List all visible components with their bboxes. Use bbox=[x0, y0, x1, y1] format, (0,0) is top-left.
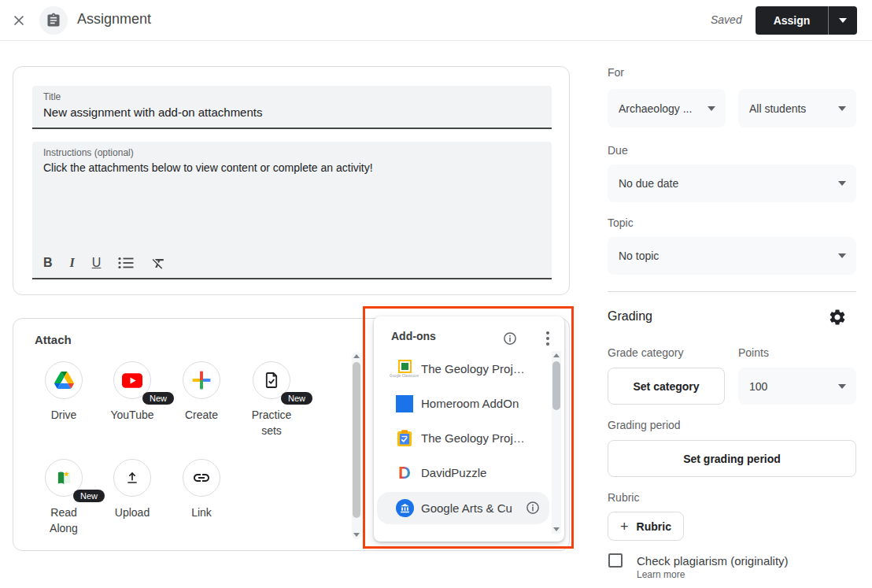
attach-youtube-label: YouTube bbox=[98, 407, 167, 423]
addon-item-label: DavidPuzzle bbox=[421, 466, 486, 479]
addon-item-label: Homeroom AddOn bbox=[421, 397, 519, 410]
chevron-down-icon bbox=[838, 384, 846, 389]
title-input-label: Title bbox=[43, 91, 61, 102]
assign-split-button: Assign bbox=[756, 6, 857, 35]
assignment-icon bbox=[39, 6, 68, 35]
plus-icon: + bbox=[620, 520, 629, 534]
practice-sets-new-badge: New bbox=[281, 392, 312, 405]
instructions-input-label: Instructions (optional) bbox=[43, 147, 134, 158]
attach-upload-label: Upload bbox=[98, 505, 167, 520]
bulleted-list-icon[interactable] bbox=[118, 255, 134, 271]
youtube-new-badge: New bbox=[142, 392, 174, 405]
scroll-up-icon[interactable] bbox=[353, 354, 360, 358]
plagiarism-checkbox[interactable] bbox=[608, 553, 623, 568]
chevron-down-icon bbox=[838, 106, 846, 111]
close-icon[interactable] bbox=[9, 11, 28, 30]
addon-item-geology-2[interactable]: The Geology Proj… bbox=[377, 422, 549, 454]
page-title: Assignment bbox=[77, 11, 151, 28]
attach-link-label: Link bbox=[167, 505, 236, 520]
addon-item-label: The Geology Proj… bbox=[421, 362, 523, 375]
scroll-down-icon[interactable] bbox=[553, 527, 560, 531]
attach-practice-sets-label: Practice bbox=[237, 407, 306, 423]
points-label: Points bbox=[738, 346, 769, 359]
learn-more-link[interactable]: Learn more bbox=[637, 569, 685, 580]
attach-create-label: Create bbox=[167, 407, 236, 423]
create-plus-icon bbox=[183, 361, 220, 399]
addon-item-label: The Geology Proj… bbox=[421, 431, 523, 445]
clear-formatting-icon[interactable] bbox=[151, 255, 166, 271]
set-grading-period-button[interactable]: Set grading period bbox=[608, 440, 856, 477]
arts-culture-icon bbox=[394, 497, 415, 520]
addon-item-label: Google Arts & Cu bbox=[421, 501, 512, 515]
scrollbar-thumb[interactable] bbox=[353, 362, 360, 518]
sidebar-divider bbox=[608, 291, 856, 292]
assign-dropdown-button[interactable] bbox=[829, 6, 857, 35]
topic-label: Topic bbox=[608, 216, 634, 229]
students-dropdown[interactable]: All students bbox=[738, 89, 856, 128]
attach-link-button[interactable]: Link bbox=[167, 459, 236, 520]
add-rubric-button[interactable]: + Rubric bbox=[608, 512, 684, 541]
attach-upload-button[interactable]: Upload bbox=[98, 459, 167, 520]
link-icon bbox=[183, 459, 220, 497]
attach-create-button[interactable]: Create bbox=[167, 361, 236, 423]
chevron-down-icon bbox=[838, 253, 846, 258]
assign-button[interactable]: Assign bbox=[756, 6, 828, 35]
grading-heading: Grading bbox=[608, 309, 652, 324]
bold-icon[interactable]: B bbox=[43, 255, 53, 271]
upload-icon bbox=[113, 459, 151, 497]
scroll-up-icon[interactable] bbox=[553, 353, 560, 357]
title-input-value: New assignment with add-on attachments bbox=[43, 105, 262, 119]
underline-icon[interactable]: U bbox=[92, 255, 102, 271]
assignment-details-card: Title New assignment with add-on attachm… bbox=[13, 66, 570, 295]
saved-status: Saved bbox=[711, 13, 742, 26]
addon-item-homeroom[interactable]: Homeroom AddOn bbox=[377, 387, 549, 420]
class-dropdown[interactable]: Archaeology ... bbox=[608, 89, 726, 128]
grade-category-label: Grade category bbox=[608, 346, 684, 359]
google-classroom-icon: Google Classroom bbox=[394, 357, 415, 381]
info-icon[interactable] bbox=[526, 501, 540, 515]
topic-dropdown[interactable]: No topic bbox=[608, 237, 856, 275]
attach-drive-label: Drive bbox=[29, 407, 98, 423]
attach-drive-button[interactable]: Drive bbox=[29, 361, 98, 423]
blue-square-icon bbox=[394, 392, 415, 416]
instructions-input[interactable]: Instructions (optional) Click the attach… bbox=[32, 142, 552, 279]
more-options-icon[interactable] bbox=[543, 331, 552, 346]
info-icon[interactable] bbox=[503, 331, 517, 346]
rubric-label: Rubric bbox=[608, 491, 639, 504]
attach-heading: Attach bbox=[35, 333, 72, 346]
clipboard-check-icon bbox=[394, 427, 415, 450]
grading-period-label: Grading period bbox=[608, 419, 681, 431]
addons-title: Add-ons bbox=[391, 330, 436, 342]
chevron-down-icon bbox=[839, 18, 847, 23]
chevron-down-icon bbox=[838, 181, 846, 186]
due-date-dropdown[interactable]: No due date bbox=[608, 165, 856, 202]
scroll-down-icon[interactable] bbox=[353, 533, 360, 537]
points-dropdown[interactable]: 100 bbox=[738, 368, 856, 405]
drive-icon bbox=[45, 361, 83, 399]
due-label: Due bbox=[608, 144, 628, 157]
addon-item-arts-culture[interactable]: Google Arts & Cu bbox=[377, 492, 549, 524]
title-input[interactable]: Title New assignment with add-on attachm… bbox=[32, 86, 552, 129]
plagiarism-label: Check plagiarism (originality) bbox=[637, 554, 789, 568]
addon-item-davidpuzzle[interactable]: D DavidPuzzle bbox=[377, 457, 549, 489]
scrollbar-thumb[interactable] bbox=[552, 361, 560, 410]
attachments-scrollbar[interactable] bbox=[352, 352, 361, 539]
italic-icon[interactable]: I bbox=[70, 255, 75, 271]
gear-icon[interactable] bbox=[828, 308, 847, 327]
set-category-button[interactable]: Set category bbox=[608, 368, 725, 405]
formatting-toolbar: B I U bbox=[43, 255, 166, 271]
top-bar: Assignment Saved Assign bbox=[0, 0, 872, 41]
read-along-new-badge: New bbox=[73, 490, 105, 502]
addons-popup: Add-ons Google Classroom The Geology Pro… bbox=[374, 316, 564, 542]
attach-read-along-label: Read bbox=[29, 505, 98, 520]
instructions-input-value: Click the attachments below to view cont… bbox=[43, 161, 373, 174]
addon-item-geology-1[interactable]: Google Classroom The Geology Proj… bbox=[377, 353, 549, 385]
addons-scrollbar[interactable] bbox=[552, 351, 561, 534]
assignment-editor-screen: Assignment Saved Assign Title New assign… bbox=[0, 0, 872, 588]
for-label: For bbox=[608, 66, 624, 79]
davidpuzzle-icon: D bbox=[394, 461, 415, 485]
chevron-down-icon bbox=[708, 106, 715, 111]
